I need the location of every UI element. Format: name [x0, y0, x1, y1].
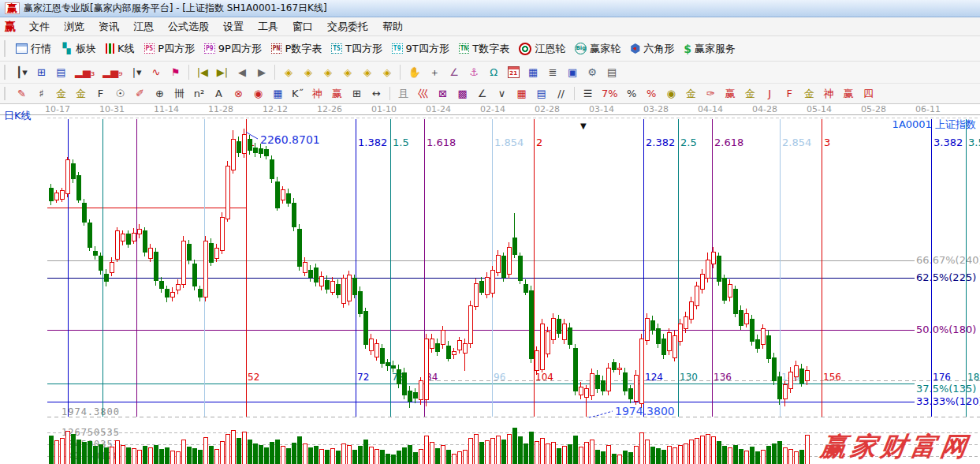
- winner-service-button[interactable]: $赢家服务: [680, 39, 741, 59]
- gold-angle-line-tool[interactable]: 金: [740, 84, 760, 104]
- box-x-tool[interactable]: ⊠: [433, 84, 453, 104]
- n2-grid-tool[interactable]: n²: [189, 84, 209, 104]
- spiral-tool[interactable]: ☉: [110, 84, 130, 104]
- kline-period-dropdown[interactable]: ┃▾: [12, 62, 32, 83]
- cycle-circle-tool[interactable]: ⊕: [150, 84, 170, 104]
- blue-grid-tool[interactable]: ▦: [268, 84, 288, 104]
- winner-wheel-button[interactable]: Big赢家轮: [571, 39, 626, 59]
- parallel-lines-tool[interactable]: //: [551, 84, 571, 104]
- chart-area[interactable]: 10-1710-3111-1411-2812-1212-2601-1001-24…: [0, 104, 980, 464]
- first-bar-button[interactable]: |◀: [192, 62, 212, 83]
- angle-fan-tool[interactable]: ∠: [472, 84, 492, 104]
- comb-grid-tool[interactable]: ♯: [32, 84, 51, 104]
- ying-grid-tool[interactable]: 赢: [327, 84, 347, 104]
- pan-left-diamond[interactable]: ◈: [278, 62, 298, 83]
- last-bar-button[interactable]: ▶|: [212, 62, 232, 83]
- f-angle-tool[interactable]: F: [780, 84, 799, 104]
- scale-bars-tool[interactable]: ☰: [578, 84, 598, 104]
- red-grid-tool[interactable]: ▦: [512, 84, 531, 104]
- p-table-button[interactable]: PNP数字表: [267, 39, 327, 59]
- bars-9-icon[interactable]: ▂▅₉: [99, 62, 126, 83]
- gold-grid-1-tool[interactable]: 金: [51, 84, 71, 104]
- report-icon[interactable]: ≣: [543, 62, 563, 83]
- menu-item-窗口[interactable]: 窗口: [285, 18, 320, 36]
- marker-brush-tool[interactable]: ✐: [130, 84, 150, 104]
- zoom-v-diamond[interactable]: ◈: [357, 62, 377, 83]
- prev-bar-button[interactable]: ◀: [232, 62, 252, 83]
- pan-right-diamond[interactable]: ◈: [298, 62, 318, 83]
- kline-chart[interactable]: 10-1710-3111-1411-2812-1212-2601-1001-24…: [0, 104, 980, 464]
- zigzag-icon[interactable]: ∿: [146, 62, 166, 83]
- zoom-out-h-diamond[interactable]: ◈: [318, 62, 337, 83]
- si-angle-tool[interactable]: 四: [859, 84, 878, 104]
- 9p-square-button[interactable]: P99P四方形: [200, 39, 267, 59]
- gann-wheel-button[interactable]: 江恩轮: [515, 39, 571, 59]
- dense-grid-tool[interactable]: 卌: [170, 84, 189, 104]
- gold-angle-tool[interactable]: 金: [799, 84, 819, 104]
- j-angle-tool[interactable]: J: [760, 84, 780, 104]
- width-arrows-tool[interactable]: ↔: [367, 84, 386, 104]
- toolbar-grip[interactable]: [4, 40, 9, 58]
- grid-sheet-tool[interactable]: ▤: [531, 84, 551, 104]
- sectors-button[interactable]: ▚板块: [57, 39, 102, 59]
- toolbar-grip[interactable]: [4, 65, 9, 80]
- menu-item-浏览[interactable]: 浏览: [57, 18, 91, 36]
- t-table-button[interactable]: TNT数字表: [455, 39, 516, 59]
- candle-style-dropdown[interactable]: ∣▾: [126, 62, 146, 83]
- box-pattern-tool[interactable]: ▩: [453, 84, 472, 104]
- ying-wave-tool[interactable]: 赢: [721, 84, 740, 104]
- menu-item-江恩[interactable]: 江恩: [126, 18, 161, 36]
- network-icon[interactable]: ⊞: [32, 62, 51, 83]
- title-bar[interactable]: 赢 赢家江恩专业版[赢家内部服务平台] - [上证指数 SH1A0001-167…: [0, 0, 980, 17]
- anchor-tool[interactable]: ⚓: [464, 62, 484, 83]
- pen-flag-tool[interactable]: ✑: [701, 84, 721, 104]
- print-icon[interactable]: ▤: [602, 62, 622, 83]
- menu-item-帮助[interactable]: 帮助: [375, 18, 410, 36]
- wave-v-tool[interactable]: ∨: [492, 84, 512, 104]
- tools-icon[interactable]: ⚙: [583, 62, 602, 83]
- red-circle-target-tool[interactable]: ⊗: [229, 84, 248, 104]
- next-bar-button[interactable]: ▶: [252, 62, 271, 83]
- ruler-grid-tool[interactable]: ⊞: [347, 84, 367, 104]
- sh-angle-tool[interactable]: 神: [819, 84, 839, 104]
- info-doc-icon[interactable]: ▤: [51, 62, 71, 83]
- quotes-button[interactable]: 行情: [12, 39, 57, 59]
- calculator-icon[interactable]: ▦: [524, 62, 543, 83]
- brush-tool[interactable]: ✎: [12, 84, 32, 104]
- menu-item-资讯[interactable]: 资讯: [91, 18, 126, 36]
- 9t-square-button[interactable]: T99T四方形: [388, 39, 455, 59]
- kline-button[interactable]: K线: [102, 39, 140, 59]
- angle-tool[interactable]: ∠: [445, 62, 464, 83]
- toolbar-grip[interactable]: [4, 87, 9, 101]
- ying-angle-tool[interactable]: 赢: [839, 84, 859, 104]
- menu-item-设置[interactable]: 设置: [216, 18, 251, 36]
- p-square-button[interactable]: PSP四方形: [140, 39, 200, 59]
- crosshair-tool[interactable]: ＋: [425, 62, 445, 83]
- hand-tool[interactable]: ✋: [404, 62, 424, 83]
- menu-item-公式选股[interactable]: 公式选股: [161, 18, 216, 36]
- rays-tool[interactable]: 巛: [413, 84, 433, 104]
- hexagon-button[interactable]: 六角形: [626, 39, 680, 59]
- zoom-all-diamond[interactable]: ◈: [377, 62, 397, 83]
- box-handle-tool[interactable]: 且: [393, 84, 413, 104]
- bars-3-icon[interactable]: ▂▅₃: [71, 62, 99, 83]
- gold-circle-tool[interactable]: ◉: [661, 84, 681, 104]
- percent-tool[interactable]: %: [622, 84, 642, 104]
- menu-item-文件[interactable]: 文件: [22, 18, 57, 36]
- save-icon[interactable]: ▣: [563, 62, 583, 83]
- menu-item-交易委托[interactable]: 交易委托: [320, 18, 375, 36]
- f-grid-tool[interactable]: F: [91, 84, 110, 104]
- brain-tool[interactable]: Ω: [484, 62, 504, 83]
- calendar-icon[interactable]: 21: [504, 62, 524, 83]
- t-square-button[interactable]: TST四方形: [327, 39, 388, 59]
- menu-item-工具[interactable]: 工具: [251, 18, 285, 36]
- shen-grid-tool[interactable]: 神: [307, 84, 327, 104]
- mirror-tool[interactable]: A: [209, 84, 229, 104]
- star-circle-tool[interactable]: ◉: [248, 84, 268, 104]
- gold-line-tool[interactable]: 金: [681, 84, 701, 104]
- gold-grid-2-tool[interactable]: 金: [71, 84, 91, 104]
- percent-7-tool[interactable]: 7%: [598, 84, 622, 104]
- k-quote-tool[interactable]: K˝: [288, 84, 307, 104]
- flag-icon[interactable]: ⚑: [166, 62, 185, 83]
- percent-line-tool[interactable]: %: [642, 84, 661, 104]
